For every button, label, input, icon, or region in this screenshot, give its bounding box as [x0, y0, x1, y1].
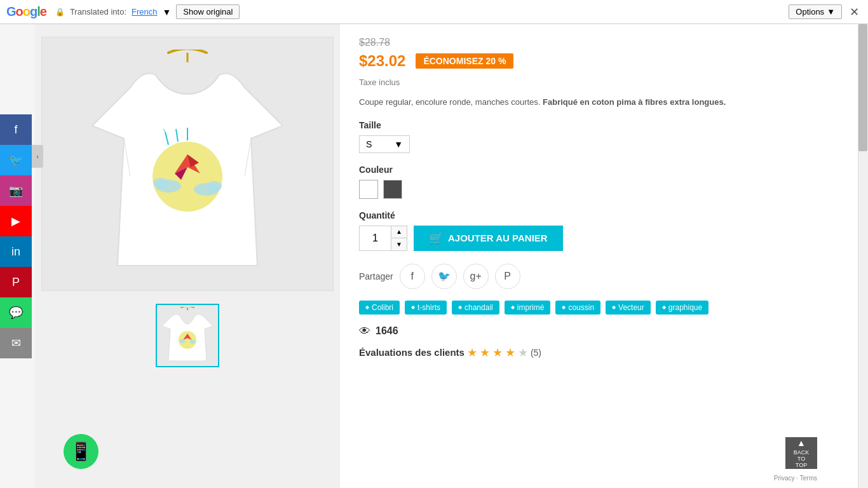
pinterest-social-button[interactable]: P	[0, 267, 32, 297]
views-row: 👁 1646	[359, 325, 839, 338]
star-4: ★	[505, 346, 515, 360]
tag-chandail[interactable]: chandail	[452, 301, 499, 315]
tax-info: Taxe inclus	[359, 78, 839, 87]
color-label: Couleur	[359, 165, 839, 175]
color-section: Couleur	[359, 165, 839, 199]
tag-imprime[interactable]: imprimé	[505, 301, 551, 315]
color-swatches	[359, 180, 839, 199]
price-row: $23.02 ÉCONOMISEZ 20 %	[359, 52, 839, 70]
thumbnail-1[interactable]	[156, 304, 219, 367]
quantity-value: 1	[360, 226, 391, 250]
color-swatch-white[interactable]	[359, 180, 378, 199]
rating-row: Évaluations des clients ★ ★ ★ ★ ★ (5)	[359, 346, 839, 360]
size-dropdown[interactable]: S ▼	[359, 135, 410, 153]
size-section: Taille S ▼	[359, 120, 839, 153]
savings-badge: ÉCONOMISEZ 20 %	[416, 53, 513, 69]
eye-icon: 👁	[359, 325, 370, 338]
tags-section: Colibri t-shirts chandail imprimé coussi…	[359, 301, 839, 315]
sidebar-collapse-arrow[interactable]: ‹	[32, 145, 43, 168]
whatsapp-icon: 📱	[70, 441, 92, 462]
close-translate-button[interactable]: ✕	[847, 5, 862, 19]
star-3: ★	[492, 346, 503, 360]
linkedin-social-button[interactable]: in	[0, 236, 32, 267]
product-images-section	[35, 24, 340, 488]
options-button[interactable]: Options ▼	[789, 4, 842, 19]
quantity-section: Quantité 1 ▲ ▼ 🛒 AJOUTER AU PANIER	[359, 210, 839, 251]
main-content: $28.78 $23.02 ÉCONOMISEZ 20 % Taxe inclu…	[35, 24, 868, 488]
back-to-top-arrow: ▲	[797, 438, 806, 448]
add-to-cart-button[interactable]: 🛒 AJOUTER AU PANIER	[414, 226, 563, 251]
quantity-label: Quantité	[359, 210, 839, 220]
back-to-top-button[interactable]: ▲ BACKTOTOP	[785, 437, 817, 469]
original-price: $28.78	[359, 37, 839, 48]
scrollbar[interactable]	[858, 24, 868, 488]
tag-tshirts[interactable]: t-shirts	[405, 301, 447, 315]
svg-point-18	[179, 339, 186, 343]
star-2: ★	[480, 346, 490, 360]
share-label: Partager	[359, 271, 393, 281]
main-product-image	[41, 37, 334, 291]
whatsapp-float-button[interactable]: 📱	[64, 434, 98, 469]
whatsapp-social-button[interactable]: 💬	[0, 297, 32, 328]
quantity-arrows: ▲ ▼	[391, 226, 407, 250]
twitter-social-button[interactable]: 🐦	[0, 145, 32, 175]
translate-bar: Google 🔒 Translated into: French ▼ Show …	[0, 0, 868, 24]
svg-point-1	[153, 142, 222, 212]
size-select-wrapper: S ▼	[359, 135, 839, 153]
social-sidebar: f 🐦 📷 ▶ in P 💬 ✉	[0, 114, 32, 358]
cart-icon: 🛒	[429, 231, 443, 245]
recaptcha-notice: Privacy · Terms	[774, 475, 817, 482]
quantity-input-wrapper: 1 ▲ ▼	[359, 226, 407, 251]
scrollbar-thumb[interactable]	[858, 24, 867, 151]
youtube-social-button[interactable]: ▶	[0, 206, 32, 236]
lock-icon: 🔒	[55, 8, 65, 17]
facebook-social-button[interactable]: f	[0, 114, 32, 145]
star-5: ★	[518, 346, 528, 360]
rating-label: Évaluations des clients	[359, 347, 465, 358]
views-count: 1646	[376, 325, 398, 337]
svg-point-5	[207, 181, 222, 191]
product-details-section: $28.78 $23.02 ÉCONOMISEZ 20 % Taxe inclu…	[340, 24, 858, 488]
email-social-button[interactable]: ✉	[0, 328, 32, 358]
quantity-up-button[interactable]: ▲	[391, 226, 407, 239]
tag-vecteur[interactable]: Vecteur	[606, 301, 651, 315]
show-original-button[interactable]: Show original	[176, 4, 240, 19]
tag-coussin[interactable]: coussin	[555, 301, 600, 315]
share-facebook-button[interactable]: f	[400, 264, 425, 289]
instagram-social-button[interactable]: 📷	[0, 175, 32, 206]
quantity-row: 1 ▲ ▼ 🛒 AJOUTER AU PANIER	[359, 226, 839, 251]
language-link[interactable]: French	[132, 7, 157, 17]
google-logo: Google	[6, 4, 46, 19]
dropdown-arrow: ▼	[163, 7, 172, 17]
star-1: ★	[467, 346, 477, 360]
svg-point-19	[189, 340, 196, 344]
product-description: Coupe regular, encolure ronde, manches c…	[359, 96, 839, 109]
review-count: (5)	[531, 348, 541, 358]
color-swatch-dark[interactable]	[383, 180, 402, 199]
translated-text: Translated into:	[70, 7, 126, 17]
size-label: Taille	[359, 120, 839, 130]
tag-graphique[interactable]: graphique	[656, 301, 709, 315]
tshirt-image	[92, 50, 283, 278]
tag-colibri[interactable]: Colibri	[359, 301, 400, 315]
product-thumbnails	[156, 304, 219, 367]
back-to-top-text: BACKTOTOP	[794, 449, 810, 468]
quantity-down-button[interactable]: ▼	[391, 238, 407, 250]
svg-point-3	[153, 178, 168, 188]
share-twitter-button[interactable]: 🐦	[431, 264, 457, 289]
share-pinterest-button[interactable]: P	[495, 264, 520, 289]
share-googleplus-button[interactable]: g+	[463, 264, 489, 289]
current-price: $23.02	[359, 52, 405, 70]
share-section: Partager f 🐦 g+ P	[359, 264, 839, 289]
